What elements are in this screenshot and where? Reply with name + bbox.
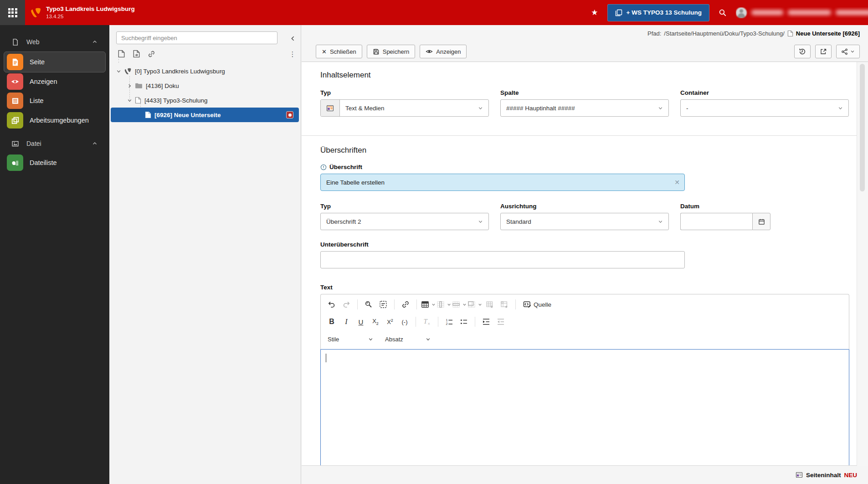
- superscript-icon[interactable]: X2: [383, 315, 397, 329]
- tree-more-dots-icon[interactable]: ⋮: [288, 49, 297, 59]
- clear-field-icon[interactable]: ✕: [674, 178, 680, 187]
- sidebar-item-liste[interactable]: Liste: [4, 90, 106, 111]
- module-group-datei[interactable]: Datei: [0, 135, 109, 152]
- chevron-down-icon: [478, 106, 483, 111]
- outdent-icon[interactable]: [494, 315, 508, 329]
- table-row-icon[interactable]: [452, 298, 467, 311]
- chevron-down-icon[interactable]: [115, 69, 122, 74]
- module-menu-toggle-button[interactable]: [0, 0, 25, 25]
- tree-item-neue-unterseite[interactable]: [6926] Neue Unterseite: [111, 108, 299, 122]
- calendar-button[interactable]: [752, 213, 770, 230]
- close-icon: ✕: [322, 48, 327, 55]
- sidebar-item-seite[interactable]: Seite: [4, 51, 106, 72]
- scrollbar-thumb[interactable]: [860, 64, 865, 191]
- save-button[interactable]: Speichern: [367, 45, 416, 58]
- share-icon: [841, 48, 848, 55]
- tree-item-root[interactable]: [0] Typo3 Landkreis Ludwigsburg: [109, 64, 301, 78]
- unterueberschrift-input[interactable]: [320, 251, 685, 268]
- select-all-icon[interactable]: [376, 298, 390, 311]
- section-divider: [302, 135, 857, 136]
- italic-icon[interactable]: I: [339, 315, 353, 329]
- merge-cells-icon[interactable]: [467, 298, 482, 311]
- field-label-text: Text: [320, 284, 849, 291]
- stop-page-tree-icon[interactable]: [286, 111, 293, 118]
- bookmark-star-icon[interactable]: ★: [591, 8, 598, 17]
- spalte-select-value: ##### Hauptinhalt #####: [506, 105, 575, 112]
- history-button[interactable]: [794, 45, 811, 58]
- sidebar-item-label: Liste: [30, 97, 44, 104]
- undo-icon[interactable]: [325, 298, 339, 311]
- new-page-drag-icon[interactable]: [131, 49, 141, 59]
- source-button[interactable]: Quelle: [520, 298, 555, 311]
- spalte-select[interactable]: ##### Hauptinhalt #####: [500, 99, 669, 117]
- remove-format-icon[interactable]: T×: [420, 315, 434, 329]
- tree-toolbar: [116, 49, 156, 59]
- chevron-right-icon[interactable]: [126, 83, 133, 88]
- brand: Typo3 Landkreis Ludwigsburg 13.4.25: [30, 5, 135, 20]
- collapse-tree-icon[interactable]: [287, 33, 298, 44]
- sidebar-item-label: Anzeigen: [30, 78, 57, 85]
- workspace-icon: [615, 9, 622, 16]
- link-icon[interactable]: [399, 298, 412, 311]
- typ-select[interactable]: Text & Medien: [320, 99, 489, 117]
- close-button[interactable]: ✕ Schließen: [316, 45, 362, 58]
- table-properties-icon[interactable]: [483, 298, 497, 311]
- soft-hyphen-icon[interactable]: (-): [398, 315, 411, 329]
- underline-icon[interactable]: U: [354, 315, 368, 329]
- indent-icon[interactable]: [479, 315, 493, 329]
- tree-search-input[interactable]: [116, 31, 277, 44]
- sidebar-item-arbeitsumgebungen[interactable]: Arbeitsumgebungen: [4, 110, 106, 131]
- breadcrumb: Pfad: /Startseite/Hauptmenü/Doku/Typo3-S…: [647, 30, 860, 37]
- external-link-icon: [820, 48, 827, 55]
- chevron-down-icon: [478, 219, 483, 224]
- styles-dropdown[interactable]: Stile: [325, 332, 376, 346]
- editor-content-area[interactable]: CKEditor: [320, 349, 849, 466]
- link-icon[interactable]: [146, 49, 156, 59]
- path-value: /Startseite/Hauptmenü/Doku/Typo3-Schulun…: [664, 30, 784, 37]
- redo-icon[interactable]: [339, 298, 353, 311]
- bold-icon[interactable]: B: [325, 315, 339, 329]
- tree-item-typo3-schulung[interactable]: [4433] Typo3-Schulung: [109, 93, 301, 108]
- module-group-web[interactable]: Web: [0, 34, 109, 50]
- cell-properties-icon[interactable]: [498, 298, 511, 311]
- view-button[interactable]: Anzeigen: [420, 45, 467, 58]
- chevron-down-icon[interactable]: [126, 98, 133, 103]
- paragraph-format-dropdown[interactable]: Absatz: [382, 332, 433, 346]
- calendar-icon: [758, 218, 765, 225]
- new-page-icon[interactable]: [116, 49, 126, 59]
- record-form: Inhaltselement Typ Text & Medien: [302, 62, 857, 466]
- field-label-unterueberschrift: Unterüberschrift: [320, 241, 849, 248]
- container-select[interactable]: -: [680, 99, 849, 117]
- insert-table-icon[interactable]: [421, 298, 436, 311]
- sidebar-item-dateiliste[interactable]: Dateiliste: [4, 152, 106, 173]
- ueberschrift-input[interactable]: [320, 174, 685, 191]
- bulleted-list-icon[interactable]: [457, 315, 471, 329]
- typo3-logo-icon: [30, 7, 42, 19]
- subscript-icon[interactable]: X2: [369, 315, 382, 329]
- find-replace-icon[interactable]: [362, 298, 375, 311]
- workspace-button[interactable]: + WS TYPO3 13 Schulung: [607, 4, 709, 21]
- search-icon[interactable]: [719, 9, 727, 17]
- chevron-up-icon: [92, 141, 98, 146]
- sidebar-item-label: Arbeitsumgebungen: [30, 117, 89, 124]
- chevron-down-icon: [838, 106, 843, 111]
- ueberschrift-typ-select[interactable]: Überschrift 2: [320, 213, 489, 230]
- sidebar-item-anzeigen[interactable]: Anzeigen: [4, 71, 106, 92]
- save-icon: [373, 48, 380, 55]
- username-redacted: [788, 10, 831, 15]
- numbered-list-icon[interactable]: 12: [442, 315, 456, 329]
- datum-input[interactable]: [680, 213, 752, 230]
- scrollbar-track[interactable]: [857, 62, 868, 466]
- tree-guide-line: [118, 59, 119, 63]
- table-column-icon[interactable]: [437, 298, 451, 311]
- ausrichtung-select[interactable]: Standard: [500, 213, 669, 230]
- text-cursor: [326, 354, 326, 362]
- record-type-label: Seiteninhalt: [806, 472, 841, 479]
- page-icon: [787, 30, 793, 37]
- open-record-button[interactable]: [815, 45, 832, 58]
- user-menu[interactable]: [736, 7, 868, 18]
- share-button[interactable]: [836, 45, 860, 58]
- site-title: Typo3 Landkreis Ludwigsburg: [46, 5, 135, 13]
- tree-item-doku[interactable]: [4136] Doku: [109, 78, 301, 93]
- sidebar-item-label: Seite: [30, 58, 45, 66]
